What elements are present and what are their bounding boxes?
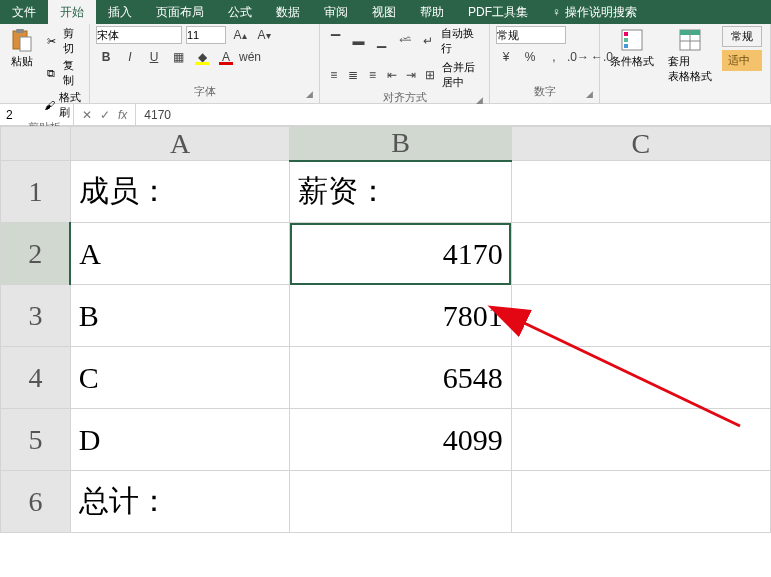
bold-button[interactable]: B [96,48,116,66]
merge-center-button[interactable]: ⊞ [423,66,438,84]
group-font: A▴ A▾ B I U ▦ ◆ A wén 字体◢ [90,24,320,103]
select-all-button[interactable] [1,127,71,161]
cell-c3[interactable] [511,285,770,347]
cell-a4[interactable]: C [70,347,290,409]
decrease-indent-button[interactable]: ⇤ [384,66,399,84]
percent-button[interactable]: % [520,48,540,66]
font-color-button[interactable]: A [216,48,236,66]
row-head[interactable]: 6 [1,471,71,533]
worksheet: A B C 1 成员： 薪资： 2 A 4170 3 B 7801 4 C 65… [0,126,771,533]
cell-b2[interactable]: 4170 [290,223,512,285]
align-right-button[interactable]: ≡ [365,66,380,84]
table-row: 5 D 4099 [1,409,771,471]
increase-indent-button[interactable]: ⇥ [403,66,418,84]
cell-c4[interactable] [511,347,770,409]
tab-data[interactable]: 数据 [264,0,312,24]
cell-style-moderate[interactable]: 适中 [722,50,762,71]
enter-icon[interactable]: ✓ [100,108,110,122]
phonetic-button[interactable]: wén [240,48,260,66]
wrap-text-button[interactable]: ↵ [418,32,437,50]
tab-pdf-tools[interactable]: PDF工具集 [456,0,540,24]
paste-button[interactable]: 粘贴 [6,26,38,71]
align-center-button[interactable]: ≣ [345,66,360,84]
table-row: 2 A 4170 [1,223,771,285]
col-head-c[interactable]: C [511,127,770,161]
copy-label: 复制 [63,58,83,88]
align-left-button[interactable]: ≡ [326,66,341,84]
table-icon [678,28,702,52]
cell-b4[interactable]: 6548 [290,347,512,409]
cell-c5[interactable] [511,409,770,471]
dialog-launcher-icon[interactable]: ◢ [586,89,593,99]
decrease-font-button[interactable]: A▾ [254,26,274,44]
dialog-launcher-icon[interactable]: ◢ [306,89,313,99]
dialog-launcher-icon[interactable]: ◢ [476,95,483,105]
underline-button[interactable]: U [144,48,164,66]
currency-button[interactable]: ¥ [496,48,516,66]
cell-a2[interactable]: A [70,223,290,285]
col-head-b[interactable]: B [290,127,512,161]
increase-decimal-button[interactable]: .0→ [568,48,588,66]
orientation-button[interactable]: ⭁ [395,32,414,50]
tab-review[interactable]: 审阅 [312,0,360,24]
row-head[interactable]: 4 [1,347,71,409]
copy-button[interactable]: ⧉ 复制 [44,58,83,88]
cell-a5[interactable]: D [70,409,290,471]
italic-button[interactable]: I [120,48,140,66]
row-head[interactable]: 3 [1,285,71,347]
formula-bar[interactable]: 4170 [136,104,771,125]
font-name-combo[interactable] [96,26,182,44]
conditional-format-button[interactable]: 条件格式 [606,26,658,71]
cell-a1[interactable]: 成员： [70,161,290,223]
formula-bar-row: 2 ✕ ✓ fx 4170 [0,104,771,126]
cell-a3[interactable]: B [70,285,290,347]
svg-rect-4 [624,32,628,36]
cell-c6[interactable] [511,471,770,533]
scissors-icon: ✂ [44,33,59,49]
tab-home[interactable]: 开始 [48,0,96,24]
table-row: 1 成员： 薪资： [1,161,771,223]
number-format-combo[interactable] [496,26,566,44]
increase-font-button[interactable]: A▴ [230,26,250,44]
tab-file[interactable]: 文件 [0,0,48,24]
cell-b1[interactable]: 薪资： [290,161,512,223]
group-label-number: 数字◢ [496,84,593,101]
cut-button[interactable]: ✂ 剪切 [44,26,83,56]
svg-rect-2 [20,37,31,51]
row-head[interactable]: 5 [1,409,71,471]
grid-table: A B C 1 成员： 薪资： 2 A 4170 3 B 7801 4 C 65… [0,126,771,533]
copy-icon: ⧉ [44,65,59,81]
cell-b6[interactable] [290,471,512,533]
group-clipboard: 粘贴 ✂ 剪切 ⧉ 复制 🖌 格式刷 剪贴板◢ [0,24,90,103]
cell-c1[interactable] [511,161,770,223]
tab-view[interactable]: 视图 [360,0,408,24]
tell-me-label: 操作说明搜索 [565,4,637,21]
cell-style-normal[interactable]: 常规 [722,26,762,47]
row-head[interactable]: 1 [1,161,71,223]
comma-button[interactable]: , [544,48,564,66]
row-head[interactable]: 2 [1,223,71,285]
fx-icon[interactable]: fx [118,108,127,122]
fill-color-button[interactable]: ◆ [192,48,212,66]
conditional-format-icon [620,28,644,52]
format-as-table-label: 套用 表格格式 [668,54,712,84]
border-button[interactable]: ▦ [168,48,188,66]
tab-formulas[interactable]: 公式 [216,0,264,24]
cut-label: 剪切 [63,26,83,56]
align-top-button[interactable]: ▔ [326,32,345,50]
cell-c2[interactable] [511,223,770,285]
table-row: 6 总计： [1,471,771,533]
format-as-table-button[interactable]: 套用 表格格式 [664,26,716,86]
cell-b5[interactable]: 4099 [290,409,512,471]
cell-b3[interactable]: 7801 [290,285,512,347]
align-bottom-button[interactable]: ▁ [372,32,391,50]
cell-a6[interactable]: 总计： [70,471,290,533]
col-head-a[interactable]: A [70,127,290,161]
tab-page-layout[interactable]: 页面布局 [144,0,216,24]
font-size-combo[interactable] [186,26,226,44]
tab-help[interactable]: 帮助 [408,0,456,24]
tab-insert[interactable]: 插入 [96,0,144,24]
cancel-icon[interactable]: ✕ [82,108,92,122]
tell-me[interactable]: ♀ 操作说明搜索 [540,0,649,24]
align-middle-button[interactable]: ▬ [349,32,368,50]
